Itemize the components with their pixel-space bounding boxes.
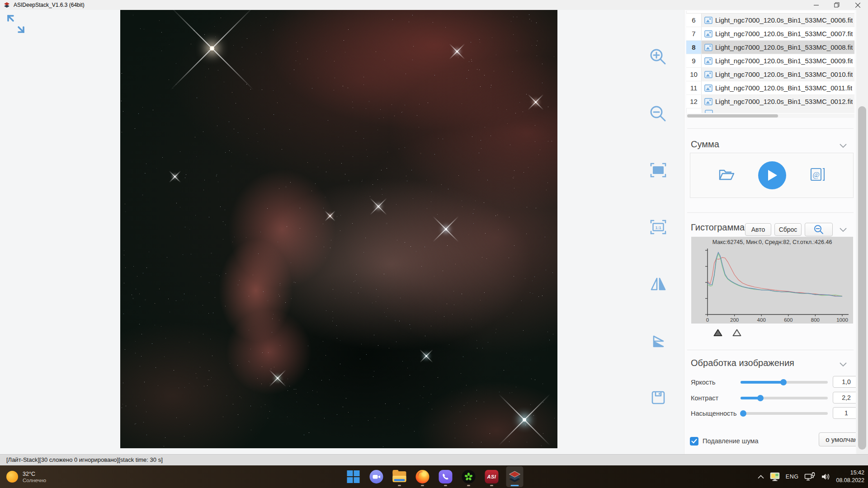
brightness-row: Яркость 1,0	[690, 377, 855, 389]
zoom-in-icon[interactable]	[647, 46, 669, 68]
histogram-zoom-out-button[interactable]	[805, 223, 833, 236]
bright-star	[445, 228, 447, 230]
flip-horizontal-icon[interactable]	[647, 273, 669, 295]
svg-text:800: 800	[811, 317, 820, 323]
start-button[interactable]	[345, 466, 362, 487]
taskbar-app-icons: ASI	[345, 465, 524, 488]
svg-text:1:1: 1:1	[655, 225, 661, 230]
file-row-number: 8	[686, 41, 702, 54]
start-stacking-button[interactable]	[758, 161, 786, 189]
image-file-icon	[702, 17, 715, 24]
taskbar-teams-icon[interactable]	[368, 466, 385, 487]
sum-actions-panel: @	[690, 153, 854, 198]
minimize-button[interactable]	[806, 0, 826, 10]
tray-clock[interactable]: 15:42 08.08.2022	[836, 469, 864, 484]
weather-temperature: 32°C	[23, 471, 46, 477]
tray-display-app-icon[interactable]	[770, 472, 780, 481]
panel-scrollbar[interactable]	[857, 10, 868, 454]
taskbar-asideepstack-icon-active[interactable]	[506, 466, 524, 487]
file-row-number: 11	[686, 81, 702, 94]
weather-condition: Солнечно	[23, 478, 46, 483]
file-row-name: Light_ngc7000_120.0s_Bin1_533MC_0009.fit	[715, 57, 853, 65]
processing-section-title: Обработка изображения	[691, 358, 794, 368]
tray-network-icon[interactable]	[804, 472, 815, 481]
white-point-marker[interactable]	[732, 329, 741, 337]
histogram-panel: Макс:62745, Мин:0, Средн:82, Ст.откл.:42…	[691, 237, 853, 324]
file-list-row[interactable]: 7 Light_ngc7000_120.0s_Bin1_533MC_0007.f…	[686, 27, 854, 41]
app-window: ASIDeepStack_V1.6.3 (64bit)	[0, 0, 868, 488]
bright-star	[456, 51, 458, 52]
tray-chevron-up-icon[interactable]	[758, 475, 764, 479]
tray-time: 15:42	[836, 469, 864, 477]
bright-star	[174, 176, 175, 177]
open-folder-button[interactable]	[718, 167, 735, 183]
processing-collapse-chevron-icon[interactable]	[840, 362, 847, 367]
control-panel: 6 Light_ngc7000_120.0s_Bin1_533MC_0006.f…	[684, 10, 856, 454]
file-list-row[interactable]: 6 Light_ngc7000_120.0s_Bin1_533MC_0006.f…	[686, 14, 854, 27]
taskbar-firefox-icon[interactable]	[414, 466, 431, 487]
svg-text:1000: 1000	[836, 317, 848, 323]
file-list-row[interactable]: 8 Light_ngc7000_120.0s_Bin1_533MC_0008.f…	[686, 41, 854, 54]
noise-suppression-checkbox[interactable]	[690, 437, 698, 446]
panel-scrollbar-thumb[interactable]	[858, 106, 866, 450]
sum-collapse-chevron-icon[interactable]	[840, 144, 847, 148]
zoom-out-icon[interactable]	[647, 103, 669, 125]
file-row-number: 12	[686, 95, 702, 108]
file-row-number: 9	[686, 54, 702, 67]
save-icon[interactable]	[647, 387, 669, 408]
file-list-row[interactable]: 10 Light_ngc7000_120.0s_Bin1_533MC_0010.…	[686, 68, 854, 81]
sum-section-title: Сумма	[691, 139, 719, 150]
image-file-icon	[702, 98, 715, 105]
file-row-name: Light_ngc7000_120.0s_Bin1_533MC_0008.fit	[715, 43, 853, 51]
file-list-row[interactable]: 9 Light_ngc7000_120.0s_Bin1_533MC_0009.f…	[686, 54, 854, 68]
saturation-slider[interactable]	[741, 412, 828, 415]
file-list: 6 Light_ngc7000_120.0s_Bin1_533MC_0006.f…	[686, 11, 854, 118]
contrast-slider[interactable]	[741, 397, 828, 399]
divider	[687, 350, 854, 350]
file-row-number: 6	[686, 14, 702, 27]
black-point-marker[interactable]	[713, 329, 722, 337]
file-list-row[interactable]: 11 Light_ngc7000_120.0s_Bin1_533MC_0011.…	[686, 81, 854, 95]
histogram-collapse-chevron-icon[interactable]	[840, 228, 847, 232]
file-row-number: 10	[686, 68, 702, 81]
taskbar-asi-studio-icon[interactable]: ASI	[483, 466, 500, 487]
image-canvas-area	[0, 10, 684, 454]
taskbar-weather-widget[interactable]: 32°C Солнечно	[6, 465, 46, 488]
close-button[interactable]	[847, 0, 868, 10]
file-row-name: Light_ngc7000_120.0s_Bin1_533MC_0010.fit	[715, 70, 853, 78]
file-list-row[interactable]: 12 Light_ngc7000_120.0s_Bin1_533MC_0012.…	[686, 95, 854, 108]
title-bar: ASIDeepStack_V1.6.3 (64bit)	[0, 0, 868, 10]
taskbar-viber-icon[interactable]	[437, 466, 454, 487]
stack-append-button[interactable]: @	[809, 167, 826, 184]
histogram-auto-button[interactable]: Авто	[745, 223, 771, 236]
divider	[687, 128, 854, 129]
file-list-horizontal-scrollbar[interactable]	[686, 114, 854, 118]
saturation-row: Насыщенность 1	[690, 408, 855, 420]
fullscreen-expand-icon[interactable]	[5, 14, 27, 35]
saturation-label: Насыщенность	[691, 410, 737, 417]
histogram-reset-button[interactable]: Сброс	[774, 223, 802, 236]
stacked-image-preview[interactable]	[120, 10, 557, 448]
contrast-row: Контраст 2,2	[690, 393, 855, 404]
saturation-value-field[interactable]: 1	[833, 407, 856, 419]
starfield	[120, 10, 121, 10]
defaults-button[interactable]: о умолчани	[819, 432, 856, 446]
file-row-name: Light_ngc7000_120.0s_Bin1_533MC_0012.fit	[715, 98, 853, 105]
fit-to-screen-icon[interactable]	[647, 160, 669, 181]
tray-language-indicator[interactable]: ENG	[786, 474, 799, 480]
taskbar-icq-icon[interactable]	[460, 466, 477, 487]
brightness-slider[interactable]	[741, 381, 828, 384]
windows-logo-icon	[347, 470, 360, 483]
tray-volume-icon[interactable]	[821, 473, 830, 481]
file-list-rows: 6 Light_ngc7000_120.0s_Bin1_533MC_0006.f…	[686, 14, 854, 108]
actual-size-1to1-icon[interactable]: 1:1	[647, 216, 669, 238]
contrast-value-field[interactable]: 2,2	[833, 392, 856, 404]
tray-date: 08.08.2022	[836, 477, 864, 484]
taskbar-file-explorer-icon[interactable]	[391, 466, 408, 487]
brightness-value-field[interactable]: 1,0	[833, 376, 856, 388]
restore-button[interactable]	[826, 0, 847, 10]
bright-star	[523, 418, 526, 422]
flip-vertical-icon[interactable]	[647, 330, 669, 352]
svg-text:200: 200	[730, 317, 739, 323]
histogram-plot: 02004006008001000	[691, 237, 853, 324]
